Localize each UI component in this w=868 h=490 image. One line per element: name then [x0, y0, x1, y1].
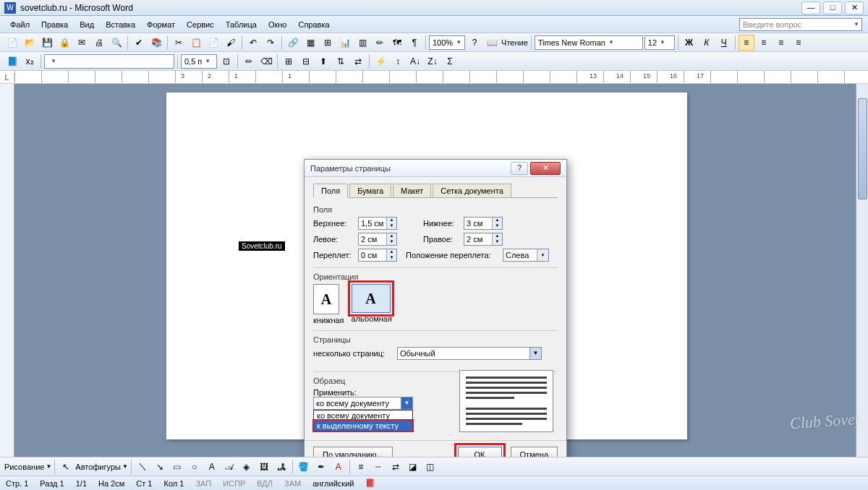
menu-tools[interactable]: Сервис — [182, 18, 218, 31]
font-combo[interactable]: Times New Roman▼ — [535, 35, 643, 50]
left-margin-input[interactable]: 2 см▲▼ — [358, 233, 397, 246]
dialog-titlebar[interactable]: Параметры страницы ? ✕ — [305, 160, 566, 177]
worksheet-icon[interactable]: 📊 — [337, 35, 353, 51]
preview-icon[interactable]: 🔍 — [109, 35, 124, 51]
undo-icon[interactable]: ↶ — [245, 35, 261, 51]
align-left-icon[interactable]: ≡ — [739, 35, 754, 51]
line-icon[interactable]: ＼ — [135, 459, 150, 475]
spellcheck-status-icon[interactable]: 📕 — [365, 478, 375, 488]
align-justify-icon[interactable]: ≡ — [791, 35, 807, 51]
redo-icon[interactable]: ↷ — [263, 35, 278, 51]
clipart-icon[interactable]: 🖼 — [256, 459, 272, 475]
status-lang[interactable]: английский — [312, 479, 354, 488]
top-margin-input[interactable]: 1,5 см▲▼ — [358, 217, 397, 230]
spacing-combo[interactable]: 0,5 п▼ — [181, 54, 217, 69]
permission-icon[interactable]: 🔒 — [56, 35, 72, 51]
reading-label[interactable]: Чтение — [501, 38, 528, 47]
dash-style-icon[interactable]: ┄ — [370, 459, 386, 475]
apply-opt-selection[interactable]: к выделенному тексту — [314, 421, 412, 431]
print-icon[interactable]: 🖨 — [91, 35, 107, 51]
ok-button[interactable]: ОК — [458, 447, 502, 457]
dialog-close-icon[interactable]: ✕ — [530, 162, 561, 175]
open-icon[interactable]: 📂 — [22, 35, 38, 51]
fill-color-icon[interactable]: 🪣 — [296, 459, 312, 475]
align-top-icon[interactable]: ⬆ — [315, 53, 331, 69]
status-rec[interactable]: ЗАП — [195, 479, 211, 488]
status-ext[interactable]: ВДЛ — [257, 479, 273, 488]
format-painter-icon[interactable]: 🖌 — [223, 35, 239, 51]
textbox-icon[interactable]: A — [204, 459, 220, 475]
doc-map-icon[interactable]: 🗺 — [389, 35, 405, 51]
rectangle-icon[interactable]: ▭ — [169, 459, 185, 475]
menu-table[interactable]: Таблица — [221, 18, 261, 31]
merge-cells-icon[interactable]: ⊞ — [281, 53, 297, 69]
help-icon[interactable]: ? — [467, 35, 482, 51]
columns-icon[interactable]: ▥ — [354, 35, 370, 51]
distribute-rows-icon[interactable]: ⇅ — [333, 53, 349, 69]
save-icon[interactable]: 💾 — [39, 35, 55, 51]
maximize-button[interactable]: □ — [823, 1, 842, 14]
vertical-scrollbar[interactable] — [856, 84, 868, 457]
apply-to-dropdown[interactable]: ко всему документу▼ ко всему документу к… — [313, 397, 413, 431]
arrow-style-icon[interactable]: ⇄ — [388, 459, 404, 475]
border-icon[interactable]: ⊡ — [218, 53, 234, 69]
research-icon[interactable]: 📚 — [148, 35, 164, 51]
horizontal-ruler[interactable]: L 3 2 1 1 13 14 15 16 17 — [0, 71, 868, 84]
wordart-icon[interactable]: 𝒜 — [221, 459, 237, 475]
pencil-icon[interactable]: ✏ — [241, 53, 257, 69]
sum-icon[interactable]: Σ — [442, 53, 458, 69]
hyperlink-icon[interactable]: 🔗 — [285, 35, 301, 51]
3d-icon[interactable]: ◫ — [422, 459, 438, 475]
table-border-icon[interactable]: ▦ — [302, 35, 318, 51]
text-direction-icon[interactable]: ↕ — [390, 53, 406, 69]
tab-layout[interactable]: Макет — [393, 184, 431, 198]
dialog-help-icon[interactable]: ? — [511, 162, 528, 175]
size-combo[interactable]: 12▼ — [644, 35, 675, 50]
drawing-label[interactable]: Рисование — [4, 463, 44, 471]
menu-format[interactable]: Формат — [142, 18, 179, 31]
apply-opt-all[interactable]: ко всему документу — [314, 411, 412, 421]
sort-asc-icon[interactable]: A↓ — [407, 53, 423, 69]
copy-icon[interactable]: 📋 — [188, 35, 204, 51]
shadow-icon[interactable]: ◪ — [405, 459, 421, 475]
menu-file[interactable]: Файл — [6, 18, 34, 31]
subscript-icon[interactable]: x₂ — [22, 53, 38, 69]
italic-button[interactable]: К — [699, 35, 715, 51]
new-doc-icon[interactable]: 📄 — [4, 35, 20, 51]
orientation-landscape[interactable]: A альбомная — [352, 284, 392, 324]
oval-icon[interactable]: ○ — [187, 459, 203, 475]
autoformat-icon[interactable]: ⚡ — [373, 53, 388, 69]
status-trk[interactable]: ИСПР — [223, 479, 245, 488]
font-color-icon[interactable]: A — [331, 459, 346, 475]
autoshapes-label[interactable]: Автофигуры — [75, 463, 121, 471]
tab-fields[interactable]: Поля — [313, 184, 348, 198]
bold-button[interactable]: Ж — [681, 35, 697, 51]
align-center-icon[interactable]: ≡ — [756, 35, 772, 51]
gutter-input[interactable]: 0 см▲▼ — [358, 249, 397, 262]
bottom-margin-input[interactable]: 3 см▲▼ — [464, 217, 503, 230]
cut-icon[interactable]: ✂ — [171, 35, 187, 51]
right-margin-input[interactable]: 2 см▲▼ — [464, 233, 503, 246]
default-button[interactable]: По умолчанию... — [313, 447, 393, 457]
selected-text[interactable]: Sovetclub.ru — [239, 241, 285, 251]
drawing-icon[interactable]: ✏ — [372, 35, 388, 51]
eraser-icon[interactable]: ⌫ — [258, 53, 274, 69]
line-style-icon[interactable]: ≡ — [353, 459, 369, 475]
split-cells-icon[interactable]: ⊟ — [298, 53, 314, 69]
insert-table-icon[interactable]: ⊞ — [320, 35, 336, 51]
distribute-cols-icon[interactable]: ⇄ — [350, 53, 366, 69]
scrollbar-thumb[interactable] — [858, 98, 867, 199]
mail-icon[interactable]: ✉ — [74, 35, 90, 51]
arrow-icon[interactable]: ↘ — [152, 459, 168, 475]
paragraph-icon[interactable]: ¶ — [407, 35, 422, 51]
help-question-input[interactable]: Введите вопрос ▼ — [739, 18, 862, 31]
menu-help[interactable]: Справка — [294, 18, 333, 31]
reading-layout-icon[interactable]: 📖 — [484, 35, 500, 51]
menu-window[interactable]: Окно — [264, 18, 292, 31]
diagram-icon[interactable]: ◈ — [239, 459, 255, 475]
style-combo[interactable]: ▼ — [44, 54, 174, 69]
spellcheck-icon[interactable]: ✔ — [131, 35, 147, 51]
minimize-button[interactable]: — — [801, 1, 820, 14]
underline-button[interactable]: Ч — [716, 35, 732, 51]
sort-desc-icon[interactable]: Z↓ — [425, 53, 441, 69]
